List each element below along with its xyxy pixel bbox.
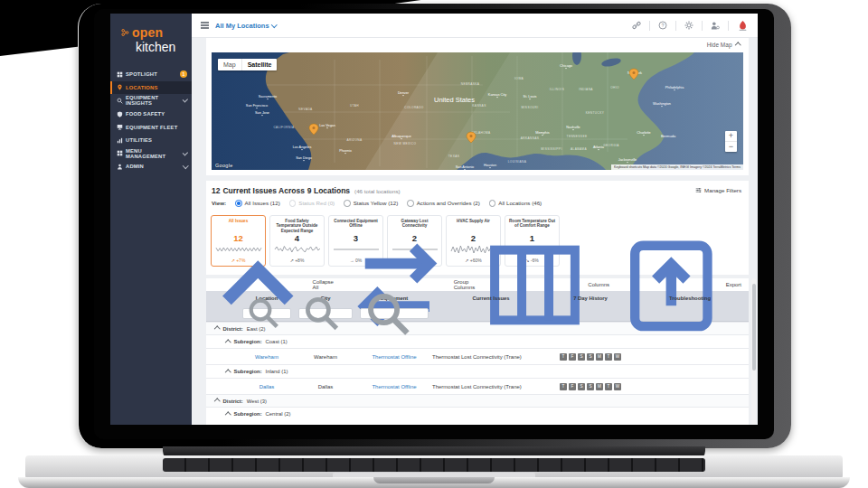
group-value: Inland (1): [266, 369, 288, 374]
radio-button[interactable]: [489, 200, 496, 207]
map-city-label: San Jose: [255, 111, 269, 115]
zoom-in-button[interactable]: +: [725, 131, 737, 142]
columns-icon: [485, 235, 585, 335]
map-state-label: UTAH: [350, 104, 359, 108]
map-city-label: Phoenix: [339, 149, 352, 153]
map-island-label: Bermuda: [661, 134, 676, 138]
map-panel: Hide Map: [206, 38, 749, 175]
search-icon: [363, 289, 412, 338]
day-history-box[interactable]: S: [587, 383, 594, 390]
radio-button[interactable]: [289, 200, 297, 207]
group-value: Coast (1): [266, 339, 288, 344]
map-type-satellite[interactable]: Satellite: [241, 59, 278, 70]
day-history-box[interactable]: W: [614, 383, 621, 390]
sidebar-item-equipment-insights[interactable]: EQUIPMENT INSIGHTS: [110, 94, 192, 108]
map-canvas[interactable]: NEVADAUTAHCOLORADONEBRASKAIOWAKANSASMISS…: [212, 52, 743, 170]
sidebar-item-label: UTILITIES: [126, 137, 152, 143]
table-scrollbar[interactable]: [751, 278, 756, 425]
subregion-group-row[interactable]: Subregion:Central (2): [206, 407, 749, 420]
day-history-box[interactable]: M: [596, 353, 603, 361]
map-city-label: Philadelphia: [665, 86, 685, 89]
location-selector[interactable]: All My Locations: [215, 22, 276, 30]
sidebar-item-menu-management[interactable]: MENU MANAGEMENT: [110, 147, 192, 161]
hide-map-toggle[interactable]: Hide Map: [707, 42, 740, 48]
brand-logo: [737, 20, 749, 32]
sidebar-item-food-safety[interactable]: FOOD SAFETY: [110, 108, 192, 121]
day-history-box[interactable]: S: [578, 353, 585, 361]
location-selector-label: All My Locations: [215, 22, 269, 30]
filter-option[interactable]: Status Yellow (12): [344, 200, 398, 207]
logo-text-secondary: kitchen: [121, 41, 188, 53]
column-search-input[interactable]: [414, 311, 425, 316]
chevron-down-icon: [183, 97, 188, 102]
table-row[interactable]: WarehamWarehamThermostat OfflineThermost…: [206, 348, 749, 364]
group-label: Subregion:: [234, 369, 262, 374]
sidebar-item-admin[interactable]: ADMIN: [110, 160, 192, 174]
column-search-input[interactable]: [282, 311, 288, 316]
location-link[interactable]: Dallas: [239, 384, 295, 389]
map-city-label: Los Angeles: [293, 145, 312, 149]
sidebar-item-equipment-fleet[interactable]: EQUIPMENT FLEET: [110, 120, 192, 134]
toolbar-export[interactable]: Export: [619, 233, 741, 337]
zoom-out-button[interactable]: −: [725, 142, 737, 152]
sidebar-item-locations[interactable]: LOCATIONS: [110, 81, 192, 95]
equipment-fleet-icon: [117, 124, 123, 130]
filter-option[interactable]: Status Red (0): [289, 200, 335, 207]
radio-button[interactable]: [344, 200, 351, 207]
day-history-box[interactable]: M: [596, 383, 603, 390]
radio-button[interactable]: [235, 200, 242, 207]
settings-icon[interactable]: [684, 21, 693, 30]
sidebar-item-utilities[interactable]: UTILITIES: [110, 134, 192, 147]
group-label: District:: [223, 326, 243, 332]
map-type-map[interactable]: Map: [218, 59, 241, 70]
day-history-box[interactable]: T: [605, 383, 612, 390]
filter-option[interactable]: All Issues (12): [235, 200, 280, 207]
column-header[interactable]: Current Issues: [432, 296, 550, 301]
link-icon[interactable]: [632, 21, 641, 30]
location-link[interactable]: Wareham: [239, 354, 295, 360]
day-history-box[interactable]: F: [569, 383, 576, 390]
group-value: Central (2): [266, 411, 291, 417]
map-city-label: Kansas City: [488, 93, 506, 97]
column-search-input[interactable]: [343, 311, 349, 316]
group-label: Subregion:: [234, 411, 262, 417]
toolbar-columns[interactable]: Columns: [485, 235, 609, 335]
table-row[interactable]: DallasDallasThermostat OfflineThermostat…: [206, 378, 749, 394]
sidebar-item-spotlight[interactable]: SPOTLIGHT1: [110, 68, 192, 81]
district-group-row[interactable]: District:West (3): [206, 394, 749, 407]
map-state-label: COLORADO: [404, 106, 424, 109]
help-icon[interactable]: ?: [658, 21, 667, 30]
utilities-icon: [117, 137, 123, 144]
column-header[interactable]: 7 Day History: [550, 296, 631, 301]
day-history-box[interactable]: S: [578, 383, 585, 390]
search-cell: [295, 308, 356, 319]
equipment-link[interactable]: Thermostat Offline: [356, 384, 432, 389]
map-city-label: Nashville: [566, 126, 580, 129]
day-history-box[interactable]: W: [614, 353, 621, 361]
topbar: All My Locations ?: [192, 14, 758, 38]
hamburger-menu-icon[interactable]: [201, 22, 209, 28]
day-history-box[interactable]: S: [587, 353, 594, 361]
manage-filters-button[interactable]: Manage Filters: [695, 187, 741, 193]
user-settings-icon[interactable]: [711, 21, 720, 30]
map-state-label: MISSISSIPPI: [541, 147, 561, 151]
radio-button[interactable]: [407, 200, 414, 207]
current-issue-cell: Thermostat Lost Connectivity (Trane): [432, 384, 550, 389]
filter-option[interactable]: Actions and Overrides (2): [407, 200, 480, 207]
day-history-box[interactable]: T: [560, 353, 567, 361]
day-history-box[interactable]: T: [605, 353, 612, 361]
map-state-label: TEXAS: [448, 155, 459, 158]
locations-table-panel: Collapse AllGroup ColumnsColumnsExport L…: [206, 278, 749, 425]
day-history-box[interactable]: F: [569, 353, 576, 361]
day-history-box[interactable]: T: [560, 383, 567, 390]
topbar-icons: ?: [632, 20, 749, 32]
scrollbar-thumb[interactable]: [752, 284, 756, 371]
filter-option-label: All Locations (46): [498, 200, 542, 206]
filter-option[interactable]: All Locations (46): [489, 200, 542, 207]
map-state-label: KENTUCKY: [586, 111, 605, 115]
column-header[interactable]: Troubleshooting: [631, 296, 749, 301]
subregion-group-row[interactable]: Subregion:Inland (1): [206, 364, 749, 378]
icon-separator: [675, 21, 676, 31]
equipment-link[interactable]: Thermostat Offline: [356, 354, 432, 360]
main-content: Hide Map: [192, 38, 758, 425]
